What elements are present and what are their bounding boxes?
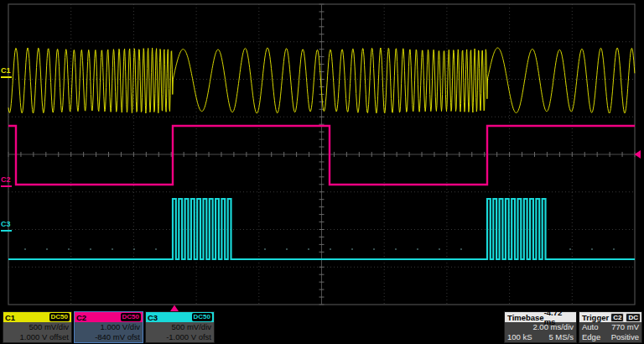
c3-noise-dot xyxy=(24,248,26,250)
channel-c3-offset: -1.000 V ofst xyxy=(146,332,214,342)
channel-c1-label: C1 xyxy=(5,313,15,322)
channel-zero-marker-c3[interactable]: C3 xyxy=(1,220,12,232)
c3-noise-dot xyxy=(460,248,462,250)
channel-c2-scale: 1.000 V/div xyxy=(75,322,143,332)
c3-noise-dot xyxy=(591,248,593,250)
c3-noise-dot xyxy=(68,248,70,250)
c3-noise-dot xyxy=(286,248,288,250)
trigger-label: Trigger xyxy=(582,313,609,322)
channel-c1-scale: 500 mV/div xyxy=(3,322,71,332)
c3-noise-dot xyxy=(330,248,331,250)
c3-noise-dot xyxy=(133,248,135,250)
c3-noise-dot xyxy=(395,248,397,250)
channel-zero-marker-c1[interactable]: C1 xyxy=(1,66,12,78)
channel-c1-offset: 1.000 V offset xyxy=(3,332,71,342)
channel-descriptor-c3[interactable]: C3 DC50 500 mV/div -1.000 V ofst xyxy=(145,311,215,343)
channel-descriptor-c2[interactable]: C2 DC50 1.000 V/div -840 mV ofst xyxy=(74,311,143,343)
trigger-descriptor[interactable]: Trigger C2 DC Auto 770 mV Edge Positive xyxy=(579,311,642,343)
trigger-mode: Auto xyxy=(582,322,599,333)
trigger-coupling-badge: DC xyxy=(626,313,641,322)
channel-c3-scale: 500 mV/div xyxy=(146,322,214,332)
coupling-badge-c3: DC50 xyxy=(192,313,212,321)
trigger-header: Trigger C2 DC xyxy=(579,312,641,322)
timebase-rate: 5 MS/s xyxy=(548,332,574,343)
trigger-level: 770 mV xyxy=(611,322,639,333)
scope-display: C1 C2 C3 xyxy=(0,0,644,312)
channel-c1-header[interactable]: C1 DC50 xyxy=(3,312,71,322)
c3-noise-dot xyxy=(308,248,309,250)
timebase-label: Timebase xyxy=(507,313,544,322)
trigger-slope: Positive xyxy=(611,332,639,343)
c3-noise-dot xyxy=(439,248,440,250)
channel-descriptor-c1[interactable]: C1 DC50 500 mV/div 1.000 V offset xyxy=(3,311,72,343)
c3-noise-dot xyxy=(90,248,91,250)
timebase-scale: 2.00 ms/div xyxy=(532,322,574,333)
trigger-source-badge: C2 xyxy=(610,313,624,322)
channel-c3-header[interactable]: C3 DC50 xyxy=(146,312,214,322)
channel-c3-label: C3 xyxy=(148,313,158,322)
c3-noise-dot xyxy=(46,248,48,250)
coupling-badge-c1: DC50 xyxy=(49,313,70,321)
channel-zero-marker-c2[interactable]: C2 xyxy=(1,175,12,187)
c3-noise-dot xyxy=(373,248,375,250)
trigger-type: Edge xyxy=(582,332,600,343)
trigger-level-marker[interactable] xyxy=(635,150,641,159)
descriptor-bar: C1 DC50 500 mV/div 1.000 V offset C2 DC5… xyxy=(0,311,644,344)
c3-noise-dot xyxy=(613,248,615,250)
c3-noise-dot xyxy=(155,248,157,250)
c3-noise-dot xyxy=(351,248,353,250)
c3-noise-dot xyxy=(264,248,266,250)
trigger-position-marker[interactable] xyxy=(170,305,179,312)
timebase-samples: 100 kS xyxy=(507,332,532,343)
coupling-badge-c2: DC50 xyxy=(121,313,141,321)
waveform-graticule xyxy=(0,0,644,312)
timebase-descriptor[interactable]: Timebase -4.72 ms 2.00 ms/div 100 kS 5 M… xyxy=(504,311,577,343)
c3-noise-dot xyxy=(112,248,113,250)
channel-c2-header[interactable]: C2 DC50 xyxy=(75,312,143,322)
timebase-header: Timebase -4.72 ms xyxy=(505,312,576,322)
c3-noise-dot xyxy=(569,248,571,250)
channel-c2-offset: -840 mV ofst xyxy=(75,332,143,342)
channel-c2-label: C2 xyxy=(76,313,86,322)
c3-noise-dot xyxy=(417,248,418,250)
